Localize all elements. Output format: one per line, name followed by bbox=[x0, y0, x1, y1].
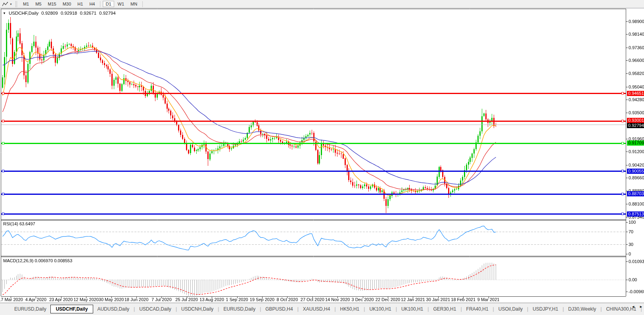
macd-indicator-label: MACD(12,26,9) 0.006970 0.008553 bbox=[3, 258, 72, 263]
tab-gbpusd-h4[interactable]: GBPUSD,H4 bbox=[261, 305, 297, 313]
price-line-badge: 0.88703 bbox=[627, 191, 644, 196]
date-axis-label: 18 Jun 2020 bbox=[125, 297, 149, 302]
date-axis-label: 22 Dec 2020 bbox=[376, 297, 400, 302]
tab-usdjpy-h1[interactable]: USDJPY,H1 bbox=[529, 305, 562, 313]
date-axis-label: 9 Mar 2021 bbox=[477, 297, 500, 302]
price-line-badge: 0.90055 bbox=[627, 169, 644, 174]
price-line-badge: 0.91709 bbox=[627, 140, 644, 146]
price-axis-tick: 0.95040 bbox=[629, 85, 644, 89]
rsi-scale-tick: 70 bbox=[629, 229, 633, 234]
price-axis-tick: 0.88100 bbox=[629, 202, 644, 206]
price-axis-tick: 0.97360 bbox=[629, 45, 644, 50]
date-axis-label: 8 Oct 2020 bbox=[276, 297, 298, 302]
price-line-badge: 0.87513 bbox=[627, 211, 644, 217]
date-axis-label: 12 May 2020 bbox=[73, 297, 99, 302]
tab-scroll-left-icon[interactable]: ◄ bbox=[631, 305, 635, 309]
date-axis-label: 25 Jul 2020 bbox=[175, 297, 198, 302]
price-axis-tick: 0.96600 bbox=[629, 58, 644, 63]
date-axis-label: 27 Oct 2020 bbox=[301, 297, 324, 302]
rsi-scale-tick: 0 bbox=[629, 252, 631, 256]
price-line-badge: 0.93001 bbox=[627, 118, 644, 123]
timeframe-toolbar: ▼ M1M5M15M30H1H4D1W1MN bbox=[0, 0, 644, 8]
date-axis-label: 7 Jul 2020 bbox=[151, 297, 172, 302]
price-axis-tick: 0.90420 bbox=[629, 163, 644, 167]
date-axis-label: 4 Apr 2020 bbox=[25, 297, 46, 302]
current-price-badge: 0.92794 bbox=[627, 123, 644, 128]
price-axis-tick: 0.98140 bbox=[629, 32, 644, 36]
tab-eurusd-daily[interactable]: EURUSD,Daily bbox=[10, 305, 50, 313]
open-value: 0.92809 bbox=[41, 11, 58, 15]
timeframe-button-w1[interactable]: W1 bbox=[115, 1, 127, 7]
tab-hk50-h1[interactable]: HK50,H1 bbox=[336, 305, 364, 313]
symbol-period-label: USDCHF,Daily bbox=[9, 11, 38, 15]
macd-scale-tick: -0.009653 bbox=[629, 289, 644, 294]
price-axis-tick: 0.93500 bbox=[629, 110, 644, 115]
tab-ger30-h1[interactable]: GER30,H1 bbox=[429, 305, 460, 313]
toolbar-separator bbox=[142, 1, 143, 7]
date-axis-label: 18 Feb 2021 bbox=[451, 297, 475, 302]
tool-dropdown-icon[interactable]: ▼ bbox=[10, 3, 12, 6]
tab-eurusd-daily[interactable]: EURUSD,Daily bbox=[219, 305, 259, 313]
timeframe-button-m1[interactable]: M1 bbox=[20, 1, 32, 7]
tab-audusd-daily[interactable]: AUDUSD,Daily bbox=[93, 305, 133, 313]
date-axis-label: 1 Sep 2020 bbox=[226, 297, 248, 302]
price-axis-tick: 0.89660 bbox=[629, 175, 644, 180]
date-axis-label: 3 Dec 2020 bbox=[351, 297, 374, 302]
rsi-indicator-label: RSI(14) 63.6497 bbox=[3, 221, 35, 226]
tab-usdcad-daily[interactable]: USDCAD,Daily bbox=[135, 305, 175, 313]
tab-uk100-h1[interactable]: UK100,H1 bbox=[397, 305, 427, 313]
date-axis-label: 19 Sep 2020 bbox=[250, 297, 274, 302]
toolbar-separator bbox=[100, 1, 100, 7]
tab-uk100-h1[interactable]: UK100,H1 bbox=[365, 305, 395, 313]
tab-scroll-arrows: ◄ ► bbox=[631, 305, 643, 309]
timeframe-button-h4[interactable]: H4 bbox=[86, 1, 98, 7]
rsi-scale-tick: 30 bbox=[629, 242, 633, 247]
price-axis-tick: 0.91200 bbox=[629, 149, 644, 154]
close-value: 0.92794 bbox=[99, 11, 116, 15]
line-studies-tool[interactable]: ▼ bbox=[2, 2, 12, 7]
price-axis-tick: 0.94280 bbox=[629, 97, 644, 102]
chart-tabs: EURUSD,DailyUSDCHF,DailyAUDUSD,Daily|USD… bbox=[10, 303, 644, 315]
symbol-dropdown-icon[interactable]: ▼ bbox=[3, 12, 6, 15]
date-axis-label: 30 May 2020 bbox=[99, 297, 124, 302]
chart-tab-bar: EURUSD,DailyUSDCHF,DailyAUDUSD,Daily|USD… bbox=[0, 303, 644, 315]
timeframe-button-m15[interactable]: M15 bbox=[45, 1, 59, 7]
chart-title: ▼ USDCHF,Daily 0.92809 0.92918 0.92671 0… bbox=[3, 11, 116, 15]
tab-usdchf-daily[interactable]: USDCHF,Daily bbox=[50, 305, 94, 313]
tab-dj30-weekly[interactable]: DJ30,Weekly bbox=[564, 305, 600, 313]
date-axis-label: 30 Jan 2021 bbox=[426, 297, 450, 302]
timeframe-buttons: M1M5M15M30H1H4D1W1MN bbox=[20, 1, 145, 7]
date-axis-label: 17 Mar 2020 bbox=[0, 297, 23, 302]
macd-scale-tick: 0.00 bbox=[629, 277, 637, 282]
timeframe-button-m30[interactable]: M30 bbox=[60, 1, 74, 7]
tab-fra40-h1[interactable]: FRA40,H1 bbox=[462, 305, 493, 313]
date-axis-label: 14 Nov 2020 bbox=[325, 297, 350, 302]
price-line-badge: 0.94651 bbox=[627, 91, 644, 96]
tab-usoil-daily[interactable]: USOil,Daily bbox=[494, 305, 527, 313]
high-value: 0.92918 bbox=[61, 11, 77, 15]
tab-usdcnh-daily[interactable]: USDCNH,Daily bbox=[177, 305, 217, 313]
macd-scale-tick: 0.010933 bbox=[629, 259, 644, 264]
trendline-icon bbox=[2, 2, 8, 7]
tab-xauusd-h4[interactable]: XAUUSD,H4 bbox=[299, 305, 334, 313]
timeframe-button-m5[interactable]: M5 bbox=[33, 1, 44, 7]
tab-scroll-right-icon[interactable]: ► bbox=[639, 305, 643, 309]
date-axis-label: 12 Jan 2021 bbox=[401, 297, 425, 302]
price-axis-tick: 0.95820 bbox=[629, 71, 644, 76]
timeframe-button-h1[interactable]: H1 bbox=[75, 1, 86, 7]
price-axis-tick: 0.98900 bbox=[629, 19, 644, 24]
rsi-scale-tick: 100 bbox=[629, 220, 636, 225]
timeframe-button-mn[interactable]: MN bbox=[128, 1, 140, 7]
price-chart-canvas[interactable] bbox=[0, 0, 644, 315]
date-axis-label: 13 Aug 2020 bbox=[199, 297, 224, 302]
low-value: 0.92671 bbox=[80, 11, 96, 15]
date-axis-label: 23 Apr 2020 bbox=[49, 297, 73, 302]
toolbar-grip[interactable] bbox=[15, 1, 17, 7]
timeframe-button-d1[interactable]: D1 bbox=[103, 1, 114, 7]
mt4-window: ▼ M1M5M15M30H1H4D1W1MN ▼ USDCHF,Daily 0.… bbox=[0, 0, 644, 315]
